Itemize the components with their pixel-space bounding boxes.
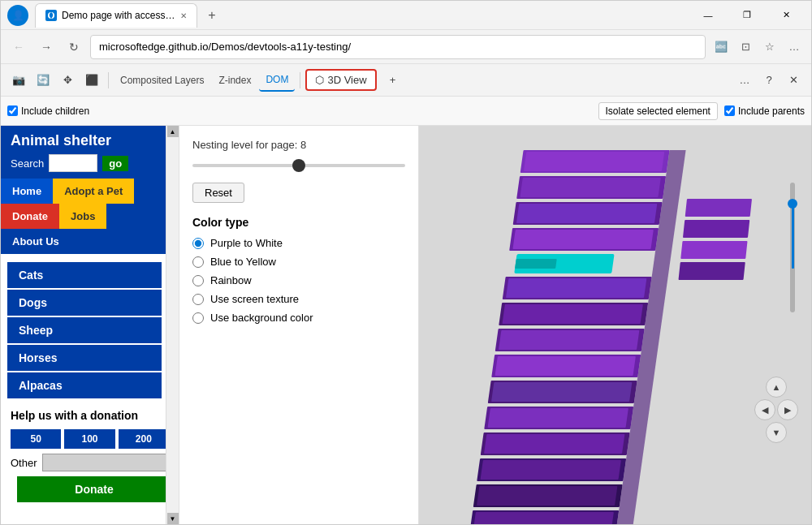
nav-jobs[interactable]: Jobs xyxy=(59,204,106,229)
scroll-up-arrow[interactable]: ▲ xyxy=(167,126,179,137)
sep2 xyxy=(300,72,300,88)
svg-rect-34 xyxy=(680,241,747,259)
reset-button[interactable]: Reset xyxy=(192,183,244,203)
radio-screen-texture[interactable] xyxy=(192,294,204,305)
toolbar-screenshot[interactable]: 📷 xyxy=(7,69,30,92)
refresh-button[interactable]: ↻ xyxy=(63,36,85,58)
search-go-button[interactable]: go xyxy=(102,156,128,171)
active-tab[interactable]: Demo page with accessibility iss ✕ xyxy=(35,3,197,28)
help-button[interactable]: ? xyxy=(758,69,780,92)
forward-button[interactable]: → xyxy=(35,36,58,58)
tab-title: Demo page with accessibility iss xyxy=(62,10,175,21)
nav-up-button[interactable]: ▲ xyxy=(766,377,787,398)
browser-menu-button[interactable]: … xyxy=(784,37,805,58)
shelter-title: Animal shelter xyxy=(11,132,169,149)
pet-alpacas[interactable]: Alpacas xyxy=(7,372,162,398)
radio-purple-white[interactable] xyxy=(192,238,204,249)
nav-down-button[interactable]: ▼ xyxy=(766,422,787,443)
nav-adopt[interactable]: Adopt a Pet xyxy=(53,179,134,204)
address-input[interactable] xyxy=(90,35,706,59)
include-parents-label[interactable]: Include parents xyxy=(724,105,805,117)
donation-section: Help us with a donation 50 100 200 Other… xyxy=(1,400,179,515)
devtools-dom-panel: Nesting level for page: 8 Reset Color ty… xyxy=(179,126,419,524)
nav-up-row: ▲ xyxy=(766,377,787,398)
3d-view-button[interactable]: ⬡ 3D View xyxy=(305,69,376,91)
profile-button[interactable]: 👤 xyxy=(7,5,28,26)
amount-200[interactable]: 200 xyxy=(119,429,169,449)
pet-list: Cats Dogs Sheep Horses Alpacas xyxy=(1,260,179,400)
back-button[interactable]: ← xyxy=(7,36,30,58)
scroll-down-arrow[interactable]: ▼ xyxy=(167,513,179,524)
include-children-checkbox[interactable] xyxy=(7,105,18,116)
svg-rect-8 xyxy=(512,230,653,249)
split-screen-icon[interactable]: ⊡ xyxy=(735,37,756,58)
color-label-purple-white: Purple to White xyxy=(210,237,283,249)
read-aloud-icon[interactable]: 🔤 xyxy=(710,37,732,58)
tab-z-index[interactable]: Z-index xyxy=(212,69,257,92)
nav-left-button[interactable]: ◀ xyxy=(754,399,775,420)
scrollbar[interactable]: ▲ ▼ xyxy=(166,126,179,524)
radio-bg-color[interactable] xyxy=(192,312,204,324)
color-type-radio-group: Purple to White Blue to Yellow Rainbow U… xyxy=(192,237,405,324)
3d-nav-controls: ▲ ◀ ▶ ▼ xyxy=(754,377,798,443)
pet-sheep[interactable]: Sheep xyxy=(7,317,162,343)
add-panel-button[interactable]: + xyxy=(382,69,404,92)
v-slider-line xyxy=(792,204,794,269)
svg-rect-35 xyxy=(678,262,745,280)
amount-50[interactable]: 50 xyxy=(11,429,61,449)
nav-about[interactable]: About Us xyxy=(1,229,71,254)
color-option-screen-texture[interactable]: Use screen texture xyxy=(192,293,405,305)
svg-rect-26 xyxy=(481,460,621,480)
pet-dogs[interactable]: Dogs xyxy=(7,290,162,316)
search-input[interactable] xyxy=(49,154,97,172)
favorites-icon[interactable]: ☆ xyxy=(759,37,780,58)
new-tab-button[interactable]: + xyxy=(201,4,223,27)
nav-donate[interactable]: Donate xyxy=(1,204,59,229)
svg-rect-14 xyxy=(503,304,643,324)
search-row: Search go xyxy=(11,154,169,172)
separator xyxy=(108,72,109,88)
close-button[interactable]: ✕ xyxy=(767,2,805,28)
nav-menu: Home Adopt a Pet Donate Jobs About Us xyxy=(1,179,179,254)
3d-view-canvas[interactable]: ▲ ◀ ▶ ▼ xyxy=(419,126,811,524)
tab-dom[interactable]: DOM xyxy=(259,69,295,92)
pet-horses[interactable]: Horses xyxy=(7,345,162,371)
pet-cats[interactable]: Cats xyxy=(7,262,162,288)
more-tools-button[interactable]: … xyxy=(733,69,756,92)
color-option-rainbow[interactable]: Rainbow xyxy=(192,274,405,286)
color-option-purple-white[interactable]: Purple to White xyxy=(192,237,405,249)
include-children-label[interactable]: Include children xyxy=(21,105,89,117)
toolbar-pan[interactable]: ✥ xyxy=(56,69,79,92)
tab-bar: Demo page with accessibility iss ✕ + xyxy=(35,3,683,28)
toolbar-refresh-3d[interactable]: 🔄 xyxy=(32,69,54,92)
color-option-blue-yellow[interactable]: Blue to Yellow xyxy=(192,256,405,268)
amount-100[interactable]: 100 xyxy=(64,429,114,449)
close-devtools-button[interactable]: ✕ xyxy=(782,69,805,92)
window-controls: — ❐ ✕ xyxy=(689,2,805,28)
radio-rainbow[interactable] xyxy=(192,275,204,286)
cube-icon: ⬡ xyxy=(315,74,324,86)
isolate-section: Isolate selected element Include parents xyxy=(598,102,805,120)
color-option-bg-color[interactable]: Use background color xyxy=(192,312,405,324)
3d-vertical-slider[interactable] xyxy=(790,174,795,321)
nav-down-row: ▼ xyxy=(766,422,787,443)
nav-home[interactable]: Home xyxy=(1,179,53,204)
svg-rect-18 xyxy=(495,356,636,376)
nav-row-2: Donate Jobs xyxy=(1,204,179,229)
include-children-row: Include children xyxy=(7,105,89,117)
other-amount-input[interactable] xyxy=(42,454,179,471)
tab-composited-layers[interactable]: Composited Layers xyxy=(114,69,210,92)
minimize-button[interactable]: — xyxy=(689,2,727,28)
radio-blue-yellow[interactable] xyxy=(192,256,204,268)
nav-right-button[interactable]: ▶ xyxy=(777,399,798,420)
nesting-slider[interactable] xyxy=(192,164,405,167)
tab-close-button[interactable]: ✕ xyxy=(180,11,187,20)
donate-large-button[interactable]: Donate xyxy=(17,476,171,502)
svg-rect-22 xyxy=(488,408,628,428)
isolate-selected-button[interactable]: Isolate selected element xyxy=(598,102,718,120)
maximize-button[interactable]: ❐ xyxy=(728,2,766,28)
svg-rect-30 xyxy=(473,512,614,524)
toolbar-flat[interactable]: ⬛ xyxy=(80,69,103,92)
include-parents-checkbox[interactable] xyxy=(724,105,735,116)
v-slider-thumb[interactable] xyxy=(788,199,797,209)
